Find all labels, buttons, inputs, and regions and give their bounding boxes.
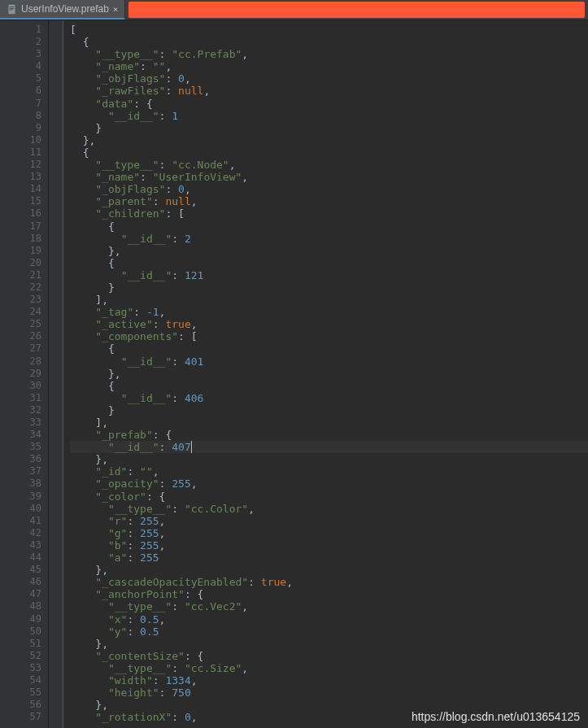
watermark-text: https://blog.csdn.net/u013654125 — [412, 710, 580, 723]
line-number: 10 — [16, 134, 41, 146]
code-line[interactable]: "y": 0.5 — [70, 626, 588, 638]
code-line[interactable]: "__type__": "cc.Color", — [70, 503, 588, 515]
line-number: 40 — [16, 503, 41, 515]
code-area[interactable]: [ { "__type__": "cc.Prefab", "_name": ""… — [63, 20, 588, 728]
code-line[interactable]: "g": 255, — [70, 527, 588, 539]
code-line[interactable]: "_contentSize": { — [70, 650, 588, 662]
line-number: 35 — [16, 441, 41, 453]
line-number: 18 — [16, 233, 41, 245]
svg-rect-3 — [10, 9, 13, 10]
tab-redacted[interactable] — [128, 2, 585, 18]
line-number: 41 — [16, 515, 41, 527]
code-line[interactable]: "_children": [ — [70, 207, 588, 220]
code-line[interactable]: ], — [70, 416, 588, 429]
line-number: 29 — [16, 368, 41, 380]
file-tab-active[interactable]: UserInfoView.prefab × — [0, 0, 125, 20]
code-line[interactable]: "__type__": "cc.Prefab", — [70, 48, 588, 60]
code-line[interactable]: "__type__": "cc.Size", — [70, 662, 588, 674]
line-number: 2 — [16, 36, 41, 48]
code-line[interactable]: }, — [70, 564, 588, 576]
line-number: 7 — [16, 98, 41, 110]
line-number: 3 — [16, 48, 41, 60]
code-line[interactable]: "_components": [ — [70, 330, 588, 342]
line-number: 5 — [16, 72, 41, 85]
code-line[interactable]: } — [70, 122, 588, 134]
code-line[interactable]: "b": 255, — [70, 539, 588, 551]
code-line[interactable]: "_prefab": { — [70, 429, 588, 441]
code-line[interactable]: "__id__": 407 — [70, 441, 588, 453]
code-line[interactable]: "_parent": null, — [70, 195, 588, 207]
code-line[interactable]: "__id__": 401 — [70, 355, 588, 368]
line-number: 47 — [16, 588, 41, 600]
line-number: 57 — [16, 711, 41, 723]
code-line[interactable]: "_objFlags": 0, — [70, 183, 588, 195]
line-number: 31 — [16, 392, 41, 404]
code-line[interactable]: { — [70, 380, 588, 392]
line-number: 21 — [16, 269, 41, 281]
line-number: 51 — [16, 638, 41, 650]
code-line[interactable]: { — [70, 220, 588, 233]
code-line[interactable]: "__id__": 2 — [70, 233, 588, 245]
file-icon — [7, 4, 17, 15]
code-line[interactable]: "__id__": 121 — [70, 269, 588, 281]
line-number: 20 — [16, 257, 41, 269]
line-number: 56 — [16, 699, 41, 711]
code-editor[interactable]: 1234567891011121314151617181920212223242… — [0, 20, 588, 728]
fold-bar — [49, 20, 63, 728]
code-line[interactable]: "__type__": "cc.Vec2", — [70, 600, 588, 612]
line-number: 28 — [16, 355, 41, 368]
line-number: 52 — [16, 650, 41, 662]
line-number: 9 — [16, 122, 41, 134]
code-line[interactable]: } — [70, 281, 588, 294]
code-line[interactable]: }, — [70, 699, 588, 711]
code-line[interactable]: "data": { — [70, 98, 588, 110]
line-number: 48 — [16, 600, 41, 612]
line-number: 12 — [16, 159, 41, 171]
code-line[interactable]: { — [70, 146, 588, 159]
line-number: 46 — [16, 576, 41, 588]
line-number: 22 — [16, 281, 41, 294]
code-line[interactable]: "_id": "", — [70, 465, 588, 477]
code-line[interactable]: "_tag": -1, — [70, 306, 588, 318]
line-number: 11 — [16, 146, 41, 159]
code-line[interactable]: [ — [70, 24, 588, 36]
code-line[interactable]: "width": 1334, — [70, 674, 588, 687]
code-line[interactable]: "__id__": 1 — [70, 110, 588, 122]
code-line[interactable]: "r": 255, — [70, 515, 588, 527]
svg-rect-2 — [10, 7, 15, 8]
code-line[interactable]: "_opacity": 255, — [70, 477, 588, 490]
close-icon[interactable]: × — [113, 4, 119, 15]
code-line[interactable]: "_rawFiles": null, — [70, 85, 588, 97]
line-number: 13 — [16, 171, 41, 183]
line-number: 55 — [16, 687, 41, 699]
code-line[interactable]: { — [70, 257, 588, 269]
code-line[interactable]: "_name": "", — [70, 60, 588, 72]
code-line[interactable]: { — [70, 36, 588, 48]
code-line[interactable]: "_cascadeOpacityEnabled": true, — [70, 576, 588, 588]
code-line[interactable]: "_name": "UserInfoView", — [70, 171, 588, 183]
code-line[interactable]: { — [70, 342, 588, 355]
code-line[interactable]: "a": 255 — [70, 551, 588, 564]
code-line[interactable]: } — [70, 404, 588, 416]
code-line[interactable]: ], — [70, 294, 588, 306]
code-line[interactable]: "_active": true, — [70, 318, 588, 330]
code-line[interactable]: }, — [70, 368, 588, 380]
code-line[interactable]: "_objFlags": 0, — [70, 72, 588, 85]
code-line[interactable]: }, — [70, 245, 588, 257]
code-line[interactable]: }, — [70, 638, 588, 650]
line-number: 15 — [16, 195, 41, 207]
code-line[interactable]: "x": 0.5, — [70, 613, 588, 626]
line-number: 17 — [16, 220, 41, 233]
code-line[interactable]: }, — [70, 134, 588, 146]
line-number: 32 — [16, 404, 41, 416]
code-line[interactable]: "_color": { — [70, 490, 588, 503]
line-number: 1 — [16, 24, 41, 36]
code-line[interactable]: "__id__": 406 — [70, 392, 588, 404]
code-line[interactable]: "height": 750 — [70, 687, 588, 699]
code-line[interactable]: "__type__": "cc.Node", — [70, 159, 588, 171]
code-line[interactable]: "_anchorPoint": { — [70, 588, 588, 600]
line-number: 45 — [16, 564, 41, 576]
line-number: 16 — [16, 207, 41, 220]
line-number: 42 — [16, 527, 41, 539]
code-line[interactable]: }, — [70, 453, 588, 465]
